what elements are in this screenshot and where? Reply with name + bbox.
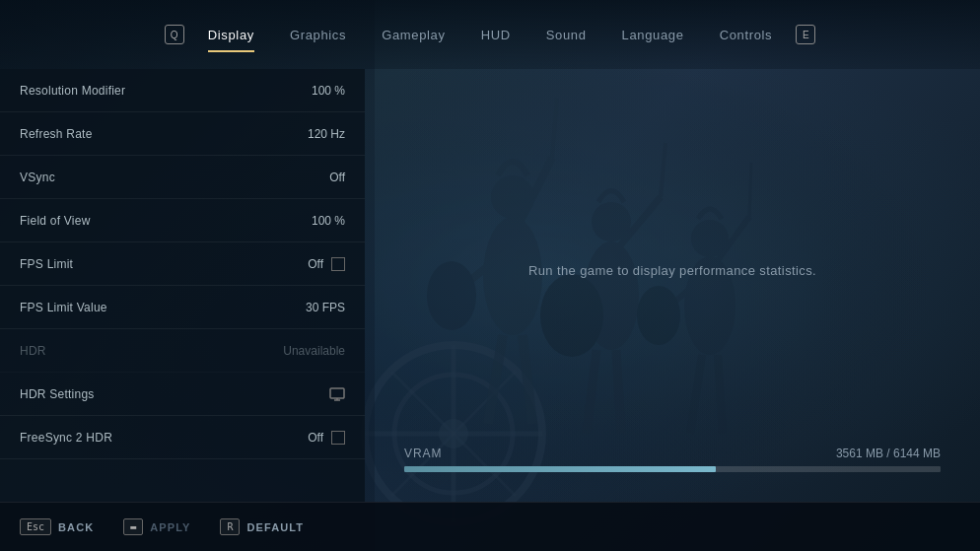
setting-field-of-view[interactable]: Field of View 100 % — [0, 199, 365, 242]
vram-label: VRAM — [404, 447, 443, 460]
tab-hud[interactable]: HUD — [463, 20, 528, 50]
main-content: Resolution Modifier 100 % Refresh Rate 1… — [0, 69, 980, 502]
tab-sound[interactable]: Sound — [528, 20, 604, 50]
setting-fov-value: 100 % — [312, 214, 345, 228]
svg-rect-33 — [330, 388, 344, 398]
setting-freesync-value: Off — [308, 431, 345, 445]
vram-bar-background — [404, 466, 941, 472]
nav-items: Q Display Graphics Gameplay HUD Sound La… — [165, 20, 816, 50]
setting-vsync-value: Off — [329, 171, 345, 184]
tab-graphics[interactable]: Graphics — [272, 20, 364, 50]
default-key: R — [220, 518, 240, 535]
setting-resolution-modifier-label: Resolution Modifier — [20, 84, 125, 98]
setting-vsync[interactable]: VSync Off — [0, 156, 365, 199]
settings-panel: Resolution Modifier 100 % Refresh Rate 1… — [0, 69, 365, 502]
setting-refresh-rate-value: 120 Hz — [308, 127, 345, 141]
fps-limit-checkbox[interactable] — [331, 257, 345, 271]
info-panel: Run the game to display performance stat… — [365, 69, 980, 502]
setting-resolution-modifier-value: 100 % — [312, 84, 345, 98]
setting-fps-limit-value[interactable]: FPS Limit Value 30 FPS — [0, 286, 365, 329]
bottom-bar: Esc BACK ▬ APPLY R DEFAULT — [0, 502, 980, 551]
setting-fps-limit-value-label: FPS Limit Value — [20, 301, 107, 314]
setting-fps-limit[interactable]: FPS Limit Off — [0, 242, 365, 286]
back-action[interactable]: Esc BACK — [20, 518, 94, 535]
setting-fps-limit-value-val: 30 FPS — [306, 301, 345, 314]
tab-gameplay[interactable]: Gameplay — [364, 20, 462, 50]
setting-hdr-settings-icon — [329, 387, 345, 401]
setting-fov-label: Field of View — [20, 214, 91, 228]
tab-controls[interactable]: Controls — [702, 20, 791, 50]
setting-fps-limit-label: FPS Limit — [20, 257, 73, 271]
setting-hdr-settings-label: HDR Settings — [20, 387, 95, 401]
vram-header: VRAM 3561 MB / 6144 MB — [404, 447, 941, 460]
nav-bar: Q Display Graphics Gameplay HUD Sound La… — [0, 0, 980, 69]
setting-hdr-label: HDR — [20, 344, 46, 358]
nav-left-key: Q — [165, 25, 184, 44]
vram-container: VRAM 3561 MB / 6144 MB — [404, 447, 941, 472]
setting-refresh-rate[interactable]: Refresh Rate 120 Hz — [0, 112, 365, 156]
tab-language[interactable]: Language — [604, 20, 702, 50]
setting-resolution-modifier[interactable]: Resolution Modifier 100 % — [0, 69, 365, 112]
freesync-checkbox[interactable] — [331, 431, 345, 445]
setting-refresh-rate-label: Refresh Rate — [20, 127, 93, 141]
setting-vsync-label: VSync — [20, 171, 55, 184]
back-key: Esc — [20, 518, 51, 535]
setting-freesync-label: FreeSync 2 HDR — [20, 431, 112, 445]
monitor-icon — [329, 387, 345, 401]
apply-key: ▬ — [123, 518, 143, 535]
vram-value: 3561 MB / 6144 MB — [836, 447, 941, 460]
apply-label: APPLY — [150, 521, 190, 533]
tab-display[interactable]: Display — [190, 20, 272, 50]
setting-fps-limit-value: Off — [308, 257, 345, 271]
nav-right-key: E — [796, 25, 815, 44]
setting-hdr-settings[interactable]: HDR Settings — [0, 373, 365, 416]
default-label: DEFAULT — [246, 521, 304, 533]
setting-hdr: HDR Unavailable — [0, 329, 365, 373]
default-action[interactable]: R DEFAULT — [220, 518, 304, 535]
back-label: BACK — [58, 521, 94, 533]
setting-hdr-value: Unavailable — [283, 344, 345, 358]
perf-stats-text: Run the game to display performance stat… — [528, 263, 816, 278]
apply-action[interactable]: ▬ APPLY — [123, 518, 190, 535]
setting-freesync[interactable]: FreeSync 2 HDR Off — [0, 416, 365, 459]
vram-bar-fill — [404, 466, 716, 472]
